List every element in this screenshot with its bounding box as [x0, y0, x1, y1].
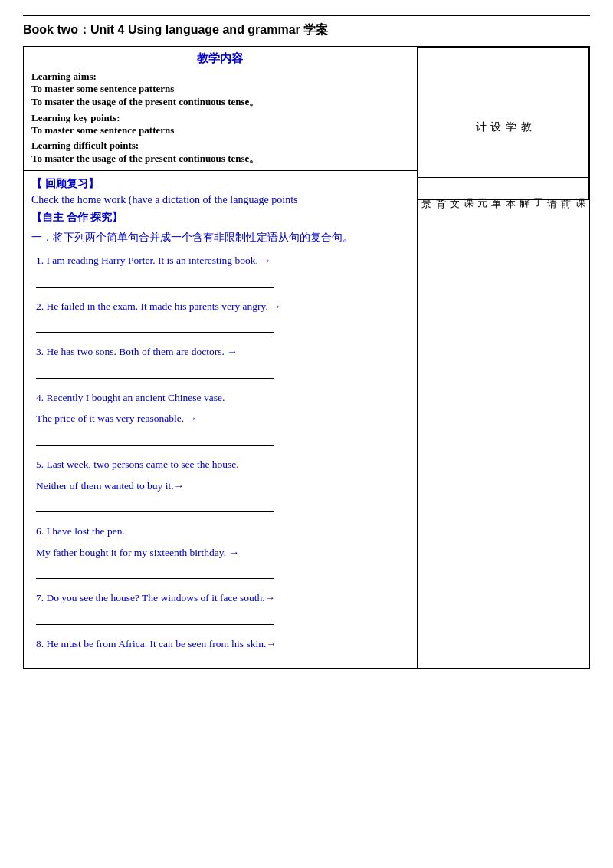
exercise-item-4: 4. Recently I bought an ancient Chinese … [31, 390, 409, 446]
exercise-item-2: 2. He failed in the exam. It made his pa… [31, 298, 409, 334]
exercise-item-5: 5. Last week, two persons came to see th… [31, 456, 409, 512]
teaching-content-header: 教学内容 [31, 51, 409, 66]
page-container: Book two：Unit 4 Using language and gramm… [0, 0, 613, 868]
exercise-text-6a: 6. I have lost the pen. [36, 523, 409, 540]
right-sidebar: 教学设计 课前请了解本单元课文背景 [417, 47, 589, 669]
answer-line-4 [36, 432, 274, 446]
learning-aims-label: Learning aims: [31, 71, 409, 83]
main-table: 教学内容 Learning aims: To master some sente… [23, 46, 590, 669]
learning-key1: To master some sentence patterns [31, 124, 409, 136]
answer-line-1 [36, 274, 274, 288]
top-divider [23, 15, 590, 16]
learning-aim2: To msater the usage of the present conti… [31, 95, 409, 109]
sidebar-top-label: 教学设计 [474, 113, 533, 116]
exercise-text-8: 8. He must be from Africa. It can be see… [36, 636, 409, 653]
exercises-section: 【 回顾复习】 Check the home work (have a dict… [24, 171, 417, 668]
exercise-text-4b: The price of it was very reasonable. → [36, 410, 409, 427]
exercise-item-7: 7. Do you see the house? The windows of … [31, 590, 409, 625]
exercise-text-4a: 4. Recently I bought an ancient Chinese … [36, 390, 409, 406]
answer-line-7 [36, 611, 274, 625]
sidebar-top-cell: 教学设计 [418, 48, 588, 178]
zizhu-header: 【自主 合作 探究】 [31, 211, 409, 225]
learning-aim1: To master some sentence patterns [31, 83, 409, 95]
page-title: Book two：Unit 4 Using language and gramm… [23, 22, 590, 38]
exercise-text-2: 2. He failed in the exam. It made his pa… [36, 298, 409, 315]
review-header: 【 回顾复习】 [31, 177, 409, 191]
exercise-text-3: 3. He has two sons. Both of them are doc… [36, 344, 409, 360]
exercise-text-5a: 5. Last week, two persons came to see th… [36, 456, 409, 473]
answer-line-6 [36, 565, 274, 579]
sidebar-bottom-cell: 课前请了解本单元课文背景 [418, 178, 588, 200]
check-homework: Check the home work (have a dictation of… [31, 194, 409, 206]
learning-difficult-label: Learning difficult points: [31, 140, 409, 152]
exercise-text-5b: Neither of them wanted to buy it.→ [36, 478, 409, 495]
answer-line-2 [36, 319, 274, 333]
exercise-item-3: 3. He has two sons. Both of them are doc… [31, 344, 409, 379]
answer-line-3 [36, 365, 274, 379]
exercise-text-6b: My father bought it for my sixteenth bir… [36, 544, 409, 561]
section-instruction: 一．将下列两个简单句合并成一个含有非限制性定语从句的复合句。 [31, 231, 409, 245]
teaching-content-section: 教学内容 Learning aims: To master some sente… [24, 47, 417, 171]
exercise-item-8: 8. He must be from Africa. It can be see… [31, 636, 409, 653]
main-content-cell: 教学内容 Learning aims: To master some sente… [24, 47, 418, 669]
exercise-item-6: 6. I have lost the pen. My father bought… [31, 523, 409, 579]
sidebar-inner-table: 教学设计 课前请了解本单元课文背景 [418, 47, 589, 200]
learning-difficult1: To msater the usage of the present conti… [31, 152, 409, 166]
sidebar-bottom-label: 课前请了解本单元课文背景 [420, 190, 587, 192]
learning-key-label: Learning key points: [31, 112, 409, 124]
exercise-text-1: 1. I am reading Harry Porter. It is an i… [36, 252, 409, 269]
exercise-text-7: 7. Do you see the house? The windows of … [36, 590, 409, 607]
exercise-item-1: 1. I am reading Harry Porter. It is an i… [31, 252, 409, 288]
answer-line-5 [36, 498, 274, 512]
